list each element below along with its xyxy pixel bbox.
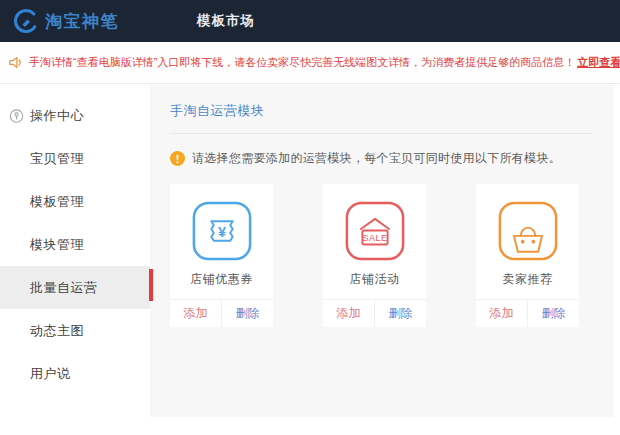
module-name: 卖家推荐 xyxy=(503,271,553,288)
tip-text: 请选择您需要添加的运营模块，每个宝贝可同时使用以下所有模块。 xyxy=(192,150,561,167)
top-header: 淘宝神笔 模板市场 xyxy=(0,0,620,42)
speaker-icon xyxy=(8,55,24,70)
sidebar-item-operation-center[interactable]: 操作中心 xyxy=(0,94,150,137)
card-actions: 添加 删除 xyxy=(170,299,273,327)
sidebar-item-dynamic-main-image[interactable]: 动态主图 xyxy=(0,309,150,352)
sidebar-item-batch-self-operation[interactable]: 批量自运营 xyxy=(0,266,150,309)
add-button[interactable]: 添加 xyxy=(476,300,528,327)
title-divider xyxy=(170,133,593,134)
view-now-link[interactable]: 立即查看>> xyxy=(577,55,620,70)
card-body: 卖家推荐 xyxy=(476,184,579,299)
sidebar-item-item-management[interactable]: 宝贝管理 xyxy=(0,137,150,180)
delete-button[interactable]: 删除 xyxy=(528,300,579,327)
announcement-bar: 手淘详情“查看电脑版详情”入口即将下线，请各位卖家尽快完善无线端图文详情，为消费… xyxy=(0,42,620,84)
shopping-basket-icon xyxy=(497,200,559,262)
module-cards: ¥ 店铺优惠券 添加 删除 SALE 店铺活动 添加 xyxy=(170,184,593,327)
module-name: 店铺优惠券 xyxy=(190,271,253,288)
module-card-shop-activity: SALE 店铺活动 添加 删除 xyxy=(323,184,426,327)
svg-text:¥: ¥ xyxy=(217,224,226,240)
sidebar-item-label: 操作中心 xyxy=(30,107,84,125)
info-icon: ! xyxy=(170,151,185,166)
sidebar-item-label: 宝贝管理 xyxy=(30,150,84,168)
module-card-seller-recommend: 卖家推荐 添加 删除 xyxy=(476,184,579,327)
sidebar-item-template-management[interactable]: 模板管理 xyxy=(0,180,150,223)
sidebar-item-label: 模板管理 xyxy=(30,193,84,211)
card-actions: 添加 删除 xyxy=(476,299,579,327)
card-body: SALE 店铺活动 xyxy=(323,184,426,299)
app-title: 淘宝神笔 xyxy=(45,10,119,33)
app-logo[interactable]: 淘宝神笔 xyxy=(13,8,119,34)
delete-button[interactable]: 删除 xyxy=(375,300,426,327)
add-button[interactable]: 添加 xyxy=(170,300,222,327)
sidebar-item-module-management[interactable]: 模块管理 xyxy=(0,223,150,266)
announcement-text: 手淘详情“查看电脑版详情”入口即将下线，请各位卖家尽快完善无线端图文详情，为消费… xyxy=(29,55,575,70)
sidebar-item-label: 用户说 xyxy=(30,365,71,383)
section-title: 手淘自运营模块 xyxy=(150,85,613,120)
sidebar: 操作中心 宝贝管理 模板管理 模块管理 批量自运营 动态主图 用户说 xyxy=(0,85,150,395)
svg-text:SALE: SALE xyxy=(362,233,387,243)
sale-sign-icon: SALE xyxy=(344,200,406,262)
module-name: 店铺活动 xyxy=(350,271,400,288)
sidebar-item-user-reviews[interactable]: 用户说 xyxy=(0,352,150,395)
sidebar-item-label: 动态主图 xyxy=(30,322,84,340)
module-card-shop-coupon: ¥ 店铺优惠券 添加 删除 xyxy=(170,184,273,327)
nav-template-market[interactable]: 模板市场 xyxy=(197,12,255,30)
coupon-icon: ¥ xyxy=(191,200,253,262)
delete-button[interactable]: 删除 xyxy=(222,300,273,327)
sidebar-item-label: 模块管理 xyxy=(30,236,84,254)
tip-row: ! 请选择您需要添加的运营模块，每个宝贝可同时使用以下所有模块。 xyxy=(170,150,593,167)
add-button[interactable]: 添加 xyxy=(323,300,375,327)
operation-center-icon xyxy=(9,108,24,123)
card-body: ¥ 店铺优惠券 xyxy=(170,184,273,299)
card-actions: 添加 删除 xyxy=(323,299,426,327)
sidebar-item-label: 批量自运营 xyxy=(30,279,98,297)
pen-circle-icon xyxy=(13,8,39,34)
main-panel: 手淘自运营模块 ! 请选择您需要添加的运营模块，每个宝贝可同时使用以下所有模块。… xyxy=(150,85,613,417)
